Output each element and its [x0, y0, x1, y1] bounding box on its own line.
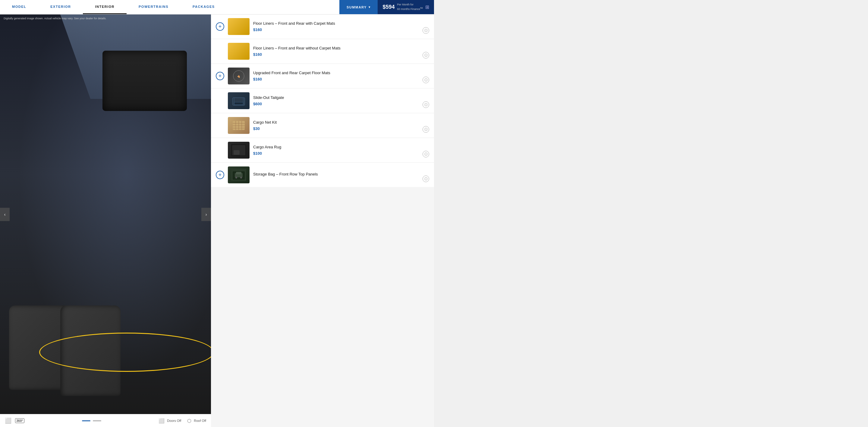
accessory-item-floor-liners-1: + Floor Liners – Front and Rear with Car…: [211, 14, 434, 39]
nav-right: SUMMARY ▾ $594 Per Month for 60 months F…: [339, 0, 434, 14]
add-floor-liners-1-button[interactable]: +: [216, 22, 224, 31]
svg-point-20: [236, 177, 237, 179]
dot-2[interactable]: [93, 420, 101, 421]
bronco-logo-icon: 🐴: [233, 70, 245, 82]
accessory-item-storage-bag: + Storage Bag – Front Row Top Panels: [211, 163, 434, 187]
svg-text:🐴: 🐴: [237, 75, 240, 78]
cargo-net-info-button[interactable]: ⓘ: [423, 126, 429, 133]
carpet-mats-name: Upgraded Front and Rear Carpet Floor Mat…: [253, 70, 429, 75]
tailgate-info: Slide-Out Tailgate $600: [253, 95, 429, 106]
dashboard: [102, 51, 187, 111]
prev-image-button[interactable]: ‹: [0, 208, 10, 221]
doors-off-toggle[interactable]: ⬜ Doors Off: [158, 418, 181, 424]
doors-icon: ⬜: [158, 418, 164, 424]
carpet-mats-price: $160: [253, 77, 429, 82]
tab-packages[interactable]: PACKAGES: [181, 0, 227, 14]
floor-liners-2-name: Floor Liners – Front and Rear without Ca…: [253, 46, 429, 50]
tailgate-name: Slide-Out Tailgate: [253, 95, 429, 100]
floor-liners-2-price: $160: [253, 52, 429, 57]
summary-button[interactable]: SUMMARY ▾: [339, 0, 378, 14]
floor-liners-1-info-button[interactable]: ⓘ: [423, 27, 429, 34]
next-image-button[interactable]: ›: [201, 208, 211, 221]
floor-liners-1-thumbnail: [228, 18, 250, 35]
tab-interior[interactable]: INTERIOR: [83, 0, 127, 14]
svg-point-21: [240, 177, 242, 179]
image-disclaimer: Digitally generated image shown. Actual …: [4, 17, 106, 20]
svg-rect-3: [234, 102, 243, 104]
price-value: $594: [382, 4, 395, 10]
accessory-item-tailgate: Slide-Out Tailgate $600 ⓘ: [211, 89, 434, 113]
floor-liners-2-thumbnail: [228, 43, 250, 60]
floor-liners-1-info: Floor Liners – Front and Rear with Carpe…: [253, 21, 429, 32]
add-storage-bag-button[interactable]: +: [216, 171, 224, 179]
toggle-controls: ⬜ Doors Off ⬡ Roof Off: [158, 418, 206, 424]
floor-liners-1-name: Floor Liners – Front and Rear with Carpe…: [253, 21, 429, 26]
svg-rect-15: [234, 150, 240, 155]
svg-rect-19: [236, 172, 241, 174]
storage-bag-name: Storage Bag – Front Row Top Panels: [253, 172, 429, 176]
roof-icon: ⬡: [187, 418, 191, 424]
image-controls: ⬜ 360° ⬜ Doors Off ⬡ Roof Off: [0, 414, 211, 427]
top-navigation: MODEL EXTERIOR INTERIOR POWERTRAINS PACK…: [0, 0, 434, 14]
cargo-rug-icon: [231, 144, 246, 156]
cargo-net-icon: [231, 119, 246, 131]
price-details: Per Month for 60 months Finance56: [397, 3, 423, 11]
vehicle-image: ‹ ›: [0, 14, 211, 414]
tab-model[interactable]: MODEL: [0, 0, 38, 14]
seat-right: [60, 305, 121, 396]
carpet-mats-thumbnail: 🐴: [228, 67, 250, 85]
chevron-left-icon: ‹: [4, 212, 6, 217]
cargo-net-info: Cargo Net Kit $30: [253, 120, 429, 131]
cargo-rug-name: Cargo Area Rug: [253, 145, 429, 149]
price-button[interactable]: $594 Per Month for 60 months Finance56 ⊞: [378, 0, 434, 14]
tailgate-thumbnail: [228, 92, 250, 109]
tailgate-icon: [231, 95, 246, 107]
screen-view-icon[interactable]: ⬜: [5, 417, 11, 424]
calculator-icon: ⊞: [425, 4, 429, 10]
tailgate-info-button[interactable]: ⓘ: [423, 101, 429, 108]
carpet-mats-info: Upgraded Front and Rear Carpet Floor Mat…: [253, 70, 429, 82]
storage-bag-icon: [231, 169, 246, 181]
cargo-net-thumbnail: [228, 117, 250, 134]
cargo-net-name: Cargo Net Kit: [253, 120, 429, 125]
cargo-rug-thumbnail: [228, 142, 250, 159]
nav-tabs: MODEL EXTERIOR INTERIOR POWERTRAINS PACK…: [0, 0, 339, 14]
add-carpet-mats-button[interactable]: +: [216, 72, 224, 80]
image-dots: [82, 420, 101, 421]
floor-liners-1-price: $160: [253, 27, 429, 32]
storage-bag-info-button[interactable]: ⓘ: [423, 176, 429, 182]
accessory-item-cargo-net: Cargo Net Kit $30 ⓘ: [211, 113, 434, 138]
roof-off-label: Roof Off: [194, 419, 206, 423]
accessories-section: + Floor Liners – Front and Rear with Car…: [211, 14, 434, 427]
floor-liners-2-info: Floor Liners – Front and Rear without Ca…: [253, 46, 429, 57]
accessory-item-floor-liners-2: Floor Liners – Front and Rear without Ca…: [211, 39, 434, 63]
tailgate-price: $600: [253, 102, 429, 106]
floor-liners-2-info-button[interactable]: ⓘ: [423, 52, 429, 59]
cargo-rug-info: Cargo Area Rug $100: [253, 145, 429, 156]
doors-off-label: Doors Off: [167, 419, 181, 423]
vehicle-image-section: Digitally generated image shown. Actual …: [0, 14, 211, 427]
cargo-net-price: $30: [253, 126, 429, 131]
view-icons: ⬜ 360°: [5, 417, 24, 424]
tab-exterior[interactable]: EXTERIOR: [38, 0, 83, 14]
storage-bag-thumbnail: [228, 166, 250, 183]
main-content: Digitally generated image shown. Actual …: [0, 14, 434, 427]
chevron-down-icon: ▾: [369, 5, 371, 9]
cargo-rug-price: $100: [253, 151, 429, 156]
carpet-mats-info-button[interactable]: ⓘ: [423, 77, 429, 83]
view-360-button[interactable]: 360°: [15, 418, 24, 423]
summary-label: SUMMARY: [347, 5, 367, 9]
cargo-rug-info-button[interactable]: ⓘ: [423, 151, 429, 157]
accessory-item-cargo-rug: Cargo Area Rug $100 ⓘ: [211, 138, 434, 162]
accessory-item-carpet-mats: + 🐴 Upgraded Front and Rear Carpet Floor…: [211, 64, 434, 88]
tab-powertrains[interactable]: POWERTRAINS: [127, 0, 181, 14]
storage-bag-info: Storage Bag – Front Row Top Panels: [253, 172, 429, 178]
chevron-right-icon: ›: [206, 212, 207, 217]
price-info: $594: [382, 4, 395, 10]
roof-off-toggle[interactable]: ⬡ Roof Off: [187, 418, 206, 424]
dot-1[interactable]: [82, 420, 90, 421]
